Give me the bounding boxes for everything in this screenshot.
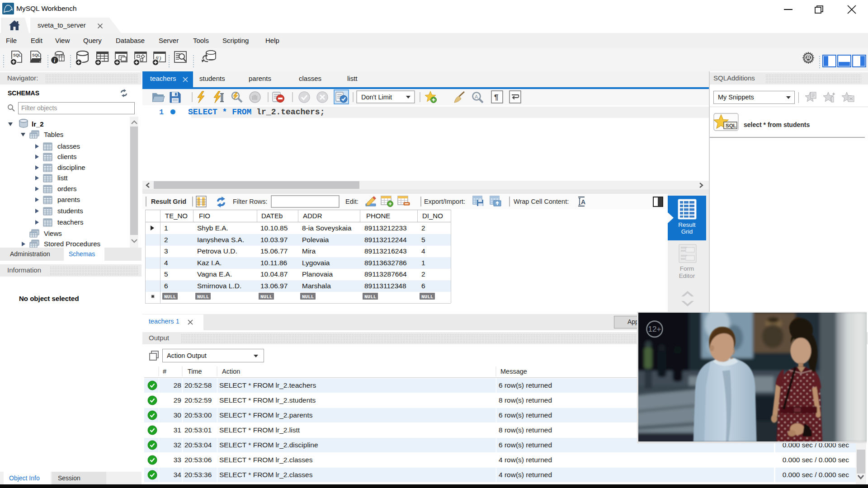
svg-text:Edit:: Edit: — [345, 198, 359, 205]
svg-text:2: 2 — [164, 236, 168, 244]
svg-text:8-ia Soveyskaia: 8-ia Soveyskaia — [302, 224, 352, 232]
svg-text:FIO: FIO — [199, 212, 210, 220]
svg-text:20:53:00: 20:53:00 — [184, 411, 212, 419]
svg-text:SELECT * FROM lr_2.discipline: SELECT * FROM lr_2.discipline — [219, 441, 318, 449]
svg-text:20:53:04: 20:53:04 — [184, 441, 212, 449]
svg-text:¶: ¶ — [494, 93, 498, 102]
svg-text:Ianysheva S.A.: Ianysheva S.A. — [197, 236, 244, 244]
svg-text:5: 5 — [421, 236, 425, 244]
svg-text:6 row(s) returned: 6 row(s) returned — [499, 441, 552, 449]
svg-text:10.04.87: 10.04.87 — [260, 270, 288, 278]
svg-text:89113112348: 89113112348 — [364, 282, 406, 290]
svg-text:20:52:58: 20:52:58 — [184, 381, 212, 389]
svg-text:Wrap Cell Content:: Wrap Cell Content: — [514, 198, 569, 205]
svg-text:28: 28 — [174, 381, 181, 389]
svg-text:34: 34 — [174, 471, 182, 479]
svg-text:20:52:59: 20:52:59 — [184, 396, 212, 404]
svg-text:20:53:36: 20:53:36 — [184, 471, 212, 479]
svg-text:6: 6 — [164, 282, 168, 290]
svg-text:31: 31 — [174, 426, 181, 434]
svg-text:Vagna E.A.: Vagna E.A. — [197, 270, 232, 278]
svg-text:8 row(s) returned: 8 row(s) returned — [499, 426, 552, 434]
svg-text:Kaz I.A.: Kaz I.A. — [197, 259, 222, 267]
svg-text:6: 6 — [421, 282, 425, 290]
svg-text:lr_2: lr_2 — [32, 120, 44, 128]
svg-text:SELECT * FROM lr_2.students: SELECT * FROM lr_2.students — [219, 396, 316, 404]
svg-text:1: 1 — [421, 259, 425, 267]
svg-text:NULL: NULL — [421, 294, 434, 300]
svg-text:1: 1 — [164, 224, 168, 232]
svg-text:#: # — [163, 368, 166, 375]
svg-text:2: 2 — [421, 224, 425, 232]
svg-text:4: 4 — [421, 247, 425, 255]
svg-text:parents: parents — [57, 196, 80, 203]
svg-text:4: 4 — [164, 259, 168, 267]
svg-text:TE_NO: TE_NO — [165, 212, 188, 220]
svg-text:NULL: NULL — [197, 294, 209, 300]
svg-text:A: A — [581, 198, 585, 206]
svg-text:10.03.97: 10.03.97 — [260, 236, 288, 244]
svg-text:SELECT * FROM lr_2.parents: SELECT * FROM lr_2.parents — [219, 411, 313, 419]
svg-text:10.11.86: 10.11.86 — [260, 259, 287, 267]
svg-text:SELECT * FROM lr_2.classes: SELECT * FROM lr_2.classes — [219, 471, 313, 479]
svg-text:4 row(s) returned: 4 row(s) returned — [499, 471, 552, 479]
svg-text:29: 29 — [174, 396, 181, 404]
svg-text:89113216243: 89113216243 — [364, 247, 407, 255]
svg-text:0.000 sec / 0.000 sec: 0.000 sec / 0.000 sec — [783, 471, 849, 479]
svg-text:SQL: SQL — [32, 53, 40, 57]
svg-text:3: 3 — [164, 247, 168, 255]
svg-text:10.10.85: 10.10.85 — [260, 224, 288, 232]
svg-text:NULL: NULL — [302, 294, 314, 300]
svg-text:6 row(s) returned: 6 row(s) returned — [499, 411, 552, 419]
svg-text:students: students — [57, 207, 83, 215]
svg-text:8 row(s) returned: 8 row(s) returned — [499, 396, 552, 404]
svg-text:orders: orders — [57, 185, 77, 192]
svg-text:89113212244: 89113212244 — [364, 236, 407, 244]
svg-text:SELECT * FROM lr_2.classes: SELECT * FROM lr_2.classes — [219, 456, 313, 464]
svg-text:SQL: SQL — [726, 123, 736, 128]
svg-text:Export/Import:: Export/Import: — [424, 198, 465, 205]
svg-text:Polevaia: Polevaia — [302, 236, 329, 244]
svg-text:SELECT * FROM lr_2.teachers: SELECT * FROM lr_2.teachers — [219, 381, 316, 389]
svg-text:89113212233: 89113212233 — [364, 224, 407, 232]
svg-text:teachers: teachers — [57, 218, 84, 226]
svg-text:Don't Limit: Don't Limit — [361, 94, 392, 101]
svg-text:Time: Time — [188, 368, 202, 375]
svg-text:NULL: NULL — [260, 294, 273, 300]
svg-text:Mira: Mira — [302, 247, 316, 255]
svg-text:SELECT * FROM lr_2.listt: SELECT * FROM lr_2.listt — [219, 426, 300, 434]
svg-text:Smirnova L.D.: Smirnova L.D. — [197, 282, 241, 290]
svg-text:A: A — [475, 94, 478, 99]
svg-text:Planovaia: Planovaia — [302, 270, 333, 278]
svg-text:12+: 12+ — [648, 325, 661, 333]
svg-text:clients: clients — [57, 153, 77, 160]
svg-text:Petrova U.D.: Petrova U.D. — [197, 247, 237, 255]
svg-text:20:53:01: 20:53:01 — [184, 426, 212, 434]
svg-text:PHONE: PHONE — [366, 212, 390, 220]
svg-text:Message: Message — [500, 368, 527, 375]
svg-text:classes: classes — [57, 142, 80, 150]
svg-text:89113287664: 89113287664 — [364, 270, 407, 278]
svg-text:30: 30 — [174, 411, 182, 419]
svg-text:20:53:06: 20:53:06 — [184, 456, 212, 464]
svg-text:NULL: NULL — [164, 294, 176, 300]
svg-text:Tables: Tables — [44, 131, 63, 138]
svg-text:15.06.77: 15.06.77 — [260, 247, 288, 255]
svg-text:89113632786: 89113632786 — [364, 259, 407, 267]
svg-text:Result Grid: Result Grid — [151, 198, 186, 205]
svg-text:SQL: SQL — [13, 53, 21, 57]
svg-text:4 row(s) returned: 4 row(s) returned — [499, 456, 552, 464]
svg-text:NULL: NULL — [364, 294, 377, 300]
svg-text:13.06.97: 13.06.97 — [260, 282, 288, 290]
svg-text:2: 2 — [421, 270, 425, 278]
svg-text:Shyb E.A.: Shyb E.A. — [197, 224, 228, 232]
svg-text:ADDR: ADDR — [303, 212, 322, 220]
svg-text:DI_NO: DI_NO — [422, 212, 443, 220]
svg-text:33: 33 — [174, 456, 181, 464]
svg-text:discipline: discipline — [57, 164, 85, 171]
svg-text:Marshala: Marshala — [302, 282, 331, 290]
svg-text:listt: listt — [57, 174, 68, 182]
svg-text:Stored Procedures: Stored Procedures — [44, 240, 100, 248]
svg-text:Lygovaia: Lygovaia — [302, 259, 330, 267]
svg-text:6 row(s) returned: 6 row(s) returned — [499, 381, 552, 389]
